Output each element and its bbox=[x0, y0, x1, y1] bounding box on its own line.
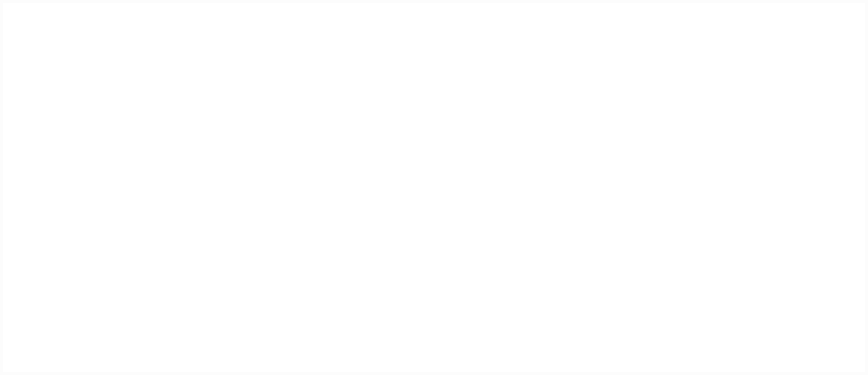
chart-frame bbox=[3, 3, 865, 372]
chart-svg bbox=[78, 40, 852, 344]
plot-area[interactable] bbox=[78, 40, 852, 344]
